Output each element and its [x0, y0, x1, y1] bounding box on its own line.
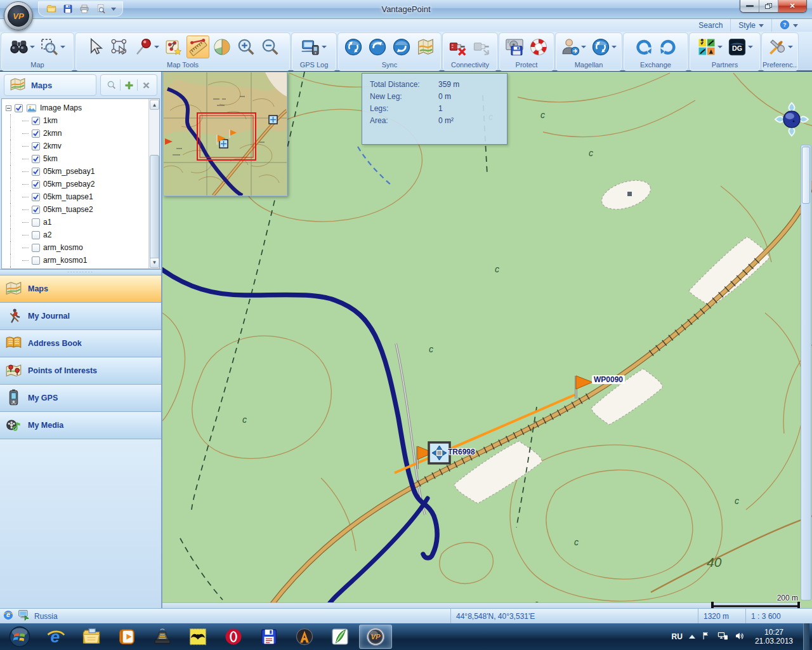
volume-icon[interactable]: [735, 631, 745, 643]
taskbar-app-auslogics[interactable]: [288, 625, 321, 649]
tree-root-image-maps[interactable]: Image Maps: [6, 102, 148, 114]
selected-waypoint-icon[interactable]: [429, 442, 450, 463]
sync-send-button[interactable]: [366, 36, 389, 58]
checkbox[interactable]: [32, 180, 40, 189]
restore-button[interactable]: [759, 0, 778, 12]
taskbar-app-the-bat[interactable]: [181, 625, 214, 649]
tree-item-05km-psebay1[interactable]: 05km_psebay1: [6, 165, 148, 178]
pan-control[interactable]: [774, 102, 809, 137]
checkbox[interactable]: [32, 231, 40, 239]
quick-access-more-icon[interactable]: [111, 8, 116, 11]
overview-map[interactable]: [163, 72, 287, 196]
checkbox[interactable]: [32, 206, 40, 214]
export-button[interactable]: [657, 36, 679, 58]
tree-item-arm-kosmo1[interactable]: arm_kosmo1: [6, 254, 148, 267]
checkbox[interactable]: [32, 218, 40, 227]
gps-log-button[interactable]: [299, 36, 329, 58]
style-menu[interactable]: Style: [730, 19, 771, 32]
zoom-out-button[interactable]: [259, 36, 282, 58]
taskbar-app-photo-editor[interactable]: [324, 625, 357, 649]
checkbox[interactable]: [32, 142, 40, 150]
restore-button[interactable]: [527, 36, 550, 58]
network-icon[interactable]: [717, 630, 728, 643]
checkbox[interactable]: [32, 129, 40, 138]
select-area-button[interactable]: [108, 36, 131, 58]
partners-button[interactable]: [695, 36, 724, 58]
taskbar-app-internet-explorer[interactable]: e: [39, 625, 72, 649]
display-status-icon[interactable]: [18, 609, 30, 623]
zoom-region-button[interactable]: [38, 36, 67, 58]
clock[interactable]: 10:27 21.03.2013: [751, 628, 797, 646]
tree-item-05km-psebay2[interactable]: 05km_psebay2: [6, 178, 148, 190]
digitalglobe-button[interactable]: DG: [726, 36, 755, 58]
connect-device-button[interactable]: [471, 36, 494, 58]
action-center-icon[interactable]: [702, 631, 711, 642]
preferences-button[interactable]: [766, 36, 795, 58]
disconnect-device-button[interactable]: [447, 36, 469, 58]
checkbox[interactable]: [15, 104, 23, 112]
backup-button[interactable]: [503, 36, 526, 58]
tree-item-armavir500[interactable]: armavir500: [6, 267, 148, 269]
tree-scrollbar[interactable]: ▲ ▼: [148, 99, 159, 269]
tray-expand-icon[interactable]: [689, 635, 695, 639]
find-on-map-button[interactable]: [8, 36, 37, 58]
taskbar-app-device-sync[interactable]: [146, 625, 179, 649]
panel-splitter[interactable]: ·········: [0, 269, 161, 275]
create-route-button[interactable]: [162, 36, 185, 58]
scrollbar-thumb[interactable]: [150, 155, 159, 263]
start-button[interactable]: [3, 625, 37, 649]
taskbar-app-vantagepoint[interactable]: VP: [359, 625, 392, 649]
collapse-icon[interactable]: [6, 105, 11, 111]
taskbar-app-windows-explorer[interactable]: [75, 625, 108, 649]
panel-add-button[interactable]: [122, 77, 136, 93]
sidebar-item-maps[interactable]: Maps: [0, 275, 161, 302]
scroll-up-icon[interactable]: ▲: [150, 100, 159, 110]
select-button[interactable]: [84, 36, 107, 58]
taskbar-app-opera[interactable]: [217, 625, 250, 649]
minimize-button[interactable]: [740, 0, 759, 12]
tree-item-05km-tuapse2[interactable]: 05km_tuapse2: [6, 203, 148, 216]
checkbox[interactable]: [32, 168, 40, 176]
map-horizontal-scrollbar[interactable]: [162, 602, 801, 608]
panel-close-button[interactable]: [139, 77, 153, 93]
online-status-icon[interactable]: e: [3, 609, 14, 623]
tree-item-5km[interactable]: 5km: [6, 152, 148, 165]
sidebar-item-my-gps[interactable]: My GPS: [0, 384, 161, 411]
magellan-sync-button[interactable]: [589, 36, 619, 58]
sync-receive-button[interactable]: [390, 36, 413, 58]
add-waypoint-button[interactable]: [132, 36, 161, 58]
scroll-down-icon[interactable]: ▼: [150, 258, 159, 268]
map-canvas[interactable]: cc cc cc cc c 40: [162, 72, 812, 608]
find-button[interactable]: [95, 3, 107, 15]
checkbox[interactable]: [32, 193, 40, 201]
show-desktop-button[interactable]: [803, 623, 809, 650]
panel-search-button[interactable]: [105, 77, 119, 93]
sidebar-item-my-journal[interactable]: My Journal: [0, 302, 161, 329]
tree-item-a1[interactable]: a1: [6, 216, 148, 229]
sync-all-button[interactable]: [342, 36, 365, 58]
tree-item-a2[interactable]: a2: [6, 229, 148, 241]
scrollbar-thumb[interactable]: [802, 147, 810, 204]
magellan-account-button[interactable]: [559, 36, 588, 58]
zoom-in-button[interactable]: [235, 36, 258, 58]
area-tool-button[interactable]: [211, 36, 233, 58]
checkbox[interactable]: [32, 256, 40, 265]
tree-item-05km-tuapse1[interactable]: 05km_tuapse1: [6, 190, 148, 203]
map-vertical-scrollbar[interactable]: [801, 145, 811, 600]
checkbox[interactable]: [32, 155, 40, 163]
import-button[interactable]: [632, 36, 655, 58]
sync-maps-button[interactable]: [414, 36, 437, 58]
tree-item-arm-kosmo[interactable]: arm_kosmo: [6, 241, 148, 254]
titlebar[interactable]: VantagePoint ✕: [0, 0, 812, 19]
close-button[interactable]: ✕: [778, 0, 806, 12]
taskbar-app-backup-tool[interactable]: [252, 625, 285, 649]
checkbox[interactable]: [32, 244, 40, 252]
open-button[interactable]: [45, 3, 58, 15]
sidebar-item-my-media[interactable]: My Media: [0, 411, 161, 439]
save-button[interactable]: [62, 3, 74, 15]
tree-item-2kmn[interactable]: 2kmn: [6, 127, 148, 140]
print-button[interactable]: [78, 3, 91, 15]
sidebar-item-points-of-interests[interactable]: Points of Interests: [0, 357, 161, 384]
checkbox[interactable]: [32, 117, 40, 125]
help-menu[interactable]: ?: [771, 19, 806, 32]
